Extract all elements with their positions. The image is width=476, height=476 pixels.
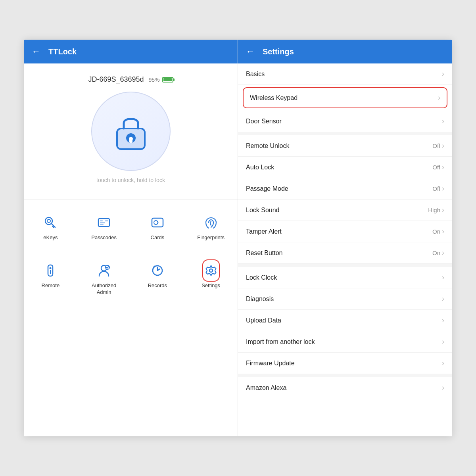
settings-header: ← Settings	[238, 40, 452, 63]
settings-list: Basics › Wireless Keypad › Door Sensor ›	[238, 63, 452, 436]
touch-hint: touch to unlock, hold to lock	[96, 177, 165, 183]
wireless-keypad-chevron: ›	[438, 94, 440, 102]
nav-remote[interactable]: Remote	[24, 255, 77, 302]
reset-button-right: On ›	[432, 249, 444, 257]
settings-header-title: Settings	[263, 47, 294, 56]
battery-fill	[163, 78, 172, 81]
remote-icon	[42, 262, 59, 279]
diagnosis-text: Diagnosis	[246, 296, 274, 303]
nav-cards[interactable]: Cards	[131, 207, 184, 248]
wireless-keypad-right: ›	[438, 94, 440, 102]
section-divider-2	[238, 264, 452, 267]
wireless-keypad-text: Wireless Keypad	[250, 94, 298, 102]
battery-info: 95%	[149, 77, 173, 83]
section-divider-3	[238, 374, 452, 377]
settings-item-import-another[interactable]: Import from another lock ›	[238, 331, 452, 353]
settings-icon-box	[202, 259, 220, 282]
right-panel: ← Settings Basics › Wireless Keypad › D	[238, 40, 452, 436]
tamper-alert-text: Tamper Alert	[246, 228, 282, 235]
nav-records[interactable]: Records	[131, 255, 184, 302]
settings-item-lock-clock[interactable]: Lock Clock ›	[238, 267, 452, 288]
device-name-row: JD-669S_63695d 95%	[88, 75, 173, 84]
settings-item-auto-lock[interactable]: Auto Lock Off ›	[238, 157, 452, 178]
lock-clock-right: ›	[442, 273, 444, 282]
nav-authorized-admin[interactable]: AuthorizedAdmin	[77, 255, 131, 302]
settings-item-wireless-keypad[interactable]: Wireless Keypad ›	[243, 87, 447, 108]
records-label: Records	[148, 282, 167, 289]
left-panel: ← TTLock JD-669S_63695d 95%	[24, 40, 238, 436]
settings-item-remote-unlock[interactable]: Remote Unlock Off ›	[238, 135, 452, 157]
authorized-admin-icon	[95, 262, 113, 279]
auto-lock-value: Off	[432, 164, 440, 171]
passage-mode-value: Off	[432, 185, 440, 192]
import-another-text: Import from another lock	[246, 338, 315, 345]
ekeys-icon	[42, 214, 59, 231]
settings-item-firmware-update[interactable]: Firmware Update ›	[238, 353, 452, 374]
nav-fingerprints[interactable]: Fingerprints	[184, 207, 238, 248]
door-sensor-chevron: ›	[442, 117, 444, 125]
door-sensor-text: Door Sensor	[246, 118, 282, 125]
lock-sound-chevron: ›	[442, 206, 444, 214]
passage-mode-chevron: ›	[442, 184, 444, 193]
auto-lock-text: Auto Lock	[246, 164, 274, 171]
auto-lock-right: Off ›	[432, 163, 444, 171]
svg-point-17	[50, 267, 52, 269]
tamper-alert-right: On ›	[432, 227, 444, 236]
left-back-button[interactable]: ←	[32, 46, 40, 57]
firmware-update-chevron: ›	[442, 359, 444, 367]
lock-sound-right: High ›	[428, 206, 444, 214]
auto-lock-chevron: ›	[442, 163, 444, 171]
passcodes-icon	[95, 214, 113, 231]
app-container: ← TTLock JD-669S_63695d 95%	[24, 40, 452, 436]
device-name: JD-669S_63695d	[88, 75, 144, 84]
tamper-alert-chevron: ›	[442, 227, 444, 236]
door-sensor-right: ›	[442, 117, 444, 125]
reset-button-text: Reset Button	[246, 250, 283, 257]
tamper-alert-value: On	[432, 228, 440, 235]
upload-data-chevron: ›	[442, 316, 444, 324]
settings-item-upload-data[interactable]: Upload Data ›	[238, 310, 452, 331]
nav-settings[interactable]: Settings	[184, 255, 238, 302]
settings-item-lock-sound[interactable]: Lock Sound High ›	[238, 200, 452, 221]
settings-item-basics[interactable]: Basics ›	[238, 63, 452, 85]
lock-clock-text: Lock Clock	[246, 274, 277, 281]
divider-1	[24, 199, 238, 200]
settings-item-reset-button[interactable]: Reset Button On ›	[238, 242, 452, 264]
lock-icon	[111, 109, 151, 153]
settings-item-amazon-alexa[interactable]: Amazon Alexa ›	[238, 377, 452, 398]
basics-right: ›	[442, 70, 444, 78]
left-header: ← TTLock	[24, 40, 238, 63]
firmware-update-text: Firmware Update	[246, 360, 295, 367]
battery-bar	[162, 77, 173, 83]
remote-unlock-chevron: ›	[442, 142, 444, 150]
authorized-admin-label: AuthorizedAdmin	[92, 282, 116, 296]
nav-passcodes[interactable]: Passcodes	[77, 207, 131, 248]
settings-back-button[interactable]: ←	[246, 46, 255, 57]
upload-data-text: Upload Data	[246, 317, 281, 324]
svg-line-8	[52, 226, 54, 227]
grid-row-2: Remote AuthorizedAdmin	[24, 251, 238, 306]
fingerprints-label: Fingerprints	[197, 234, 225, 241]
remote-label: Remote	[42, 282, 60, 289]
settings-label: Settings	[202, 282, 220, 289]
lock-circle[interactable]	[91, 92, 171, 171]
settings-item-door-sensor[interactable]: Door Sensor ›	[238, 111, 452, 132]
settings-item-diagnosis[interactable]: Diagnosis ›	[238, 288, 452, 310]
section-divider-1	[238, 132, 452, 135]
basics-chevron: ›	[442, 70, 444, 78]
settings-icon-wrapper	[202, 262, 220, 279]
remote-unlock-value: Off	[432, 142, 440, 149]
diagnosis-chevron: ›	[442, 295, 444, 303]
left-header-title: TTLock	[48, 47, 77, 56]
upload-data-right: ›	[442, 316, 444, 324]
settings-item-passage-mode[interactable]: Passage Mode Off ›	[238, 178, 452, 200]
cards-icon	[149, 214, 166, 231]
amazon-alexa-chevron: ›	[442, 384, 444, 392]
nav-ekeys[interactable]: eKeys	[24, 207, 77, 248]
records-icon	[149, 262, 166, 279]
ekeys-label: eKeys	[43, 234, 58, 241]
grid-row-1: eKeys Passcodes	[24, 203, 238, 251]
settings-item-tamper-alert[interactable]: Tamper Alert On ›	[238, 221, 452, 242]
passage-mode-right: Off ›	[432, 184, 444, 193]
fingerprints-icon	[202, 214, 220, 231]
